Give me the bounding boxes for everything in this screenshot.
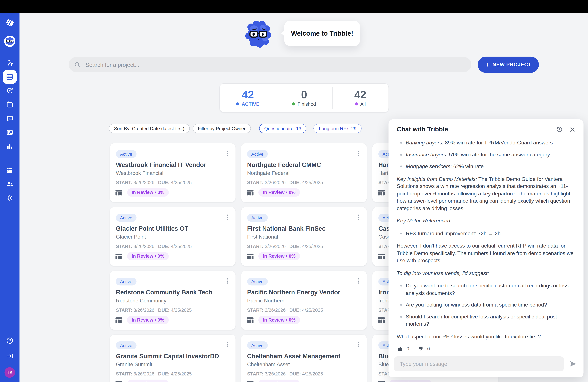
status-badge: Active [116, 214, 136, 222]
sidebar-item-bar-chart-icon[interactable] [5, 142, 14, 150]
send-button[interactable] [568, 359, 578, 368]
thumbs-up-icon[interactable] [397, 345, 403, 352]
project-subtitle: Hartf [378, 170, 390, 176]
card-footer: In Review • 0% [115, 188, 169, 197]
thumbs-down-icon[interactable] [418, 345, 424, 352]
card-footer: In Review • 0% [246, 316, 300, 324]
card-footer: In Review • 0% [115, 380, 169, 382]
chat-bullet: Should I search for competitive loss ana… [397, 313, 574, 328]
stat-finished[interactable]: 0 Finished [276, 84, 332, 112]
questionnaire-chip[interactable]: Questionnaire: 13 [259, 124, 307, 133]
table-icon [246, 381, 254, 382]
project-card[interactable]: Active First National Bank FinSec First … [241, 207, 367, 266]
chat-bullet: Do you want me to search for specific cu… [397, 282, 574, 297]
chat-para: Key Metric Referenced: [397, 217, 574, 225]
welcome-speech-bubble: Welcome to Tribble! [284, 21, 360, 46]
project-card[interactable]: Active Westbrook Financial IT Vendor Wes… [110, 143, 235, 202]
project-card[interactable]: Active Northgate Federal CMMC Northgate … [241, 143, 367, 202]
review-status-pill: In Review • 0% [127, 316, 169, 324]
tribble-mascot-illustration [244, 19, 273, 49]
project-dates: START: 3/26/2026DUE: 4/25/2025 [247, 180, 323, 185]
project-card[interactable]: Active Redstone Community Bank Tech Reds… [110, 271, 235, 330]
table-icon [115, 253, 123, 259]
project-title: Redstone Community Bank Tech [116, 289, 212, 296]
sidebar-item-server-stack-icon[interactable] [5, 166, 14, 174]
sort-by-chip[interactable]: Sort By: Created Date (latest first) [109, 124, 190, 133]
sidebar: TK [0, 13, 20, 382]
project-subtitle: Glacier Point [116, 234, 146, 240]
table-icon [115, 381, 123, 382]
kebab-menu-icon[interactable] [223, 277, 231, 285]
status-badge: Active [247, 341, 268, 349]
chat-para: To dig into your loss trends, I'd sugges… [397, 270, 574, 277]
kebab-menu-icon[interactable] [355, 149, 362, 158]
chat-bullet: Banking buyers: 89% win rate for TPRM/Ve… [397, 139, 574, 147]
stat-all[interactable]: 42 All [332, 84, 388, 112]
mascot-avatar-icon[interactable] [4, 36, 15, 47]
history-icon[interactable] [556, 126, 563, 133]
table-icon [115, 189, 123, 196]
chat-para: Key Insights from Demo Materials: The Tr… [397, 175, 574, 212]
review-status-pill: In Review • 0% [258, 316, 300, 324]
sidebar-item-calendar-icon[interactable] [5, 101, 14, 109]
review-status-pill: In Review • 0% [258, 252, 300, 260]
screen: TK Welcome to Tribble! [0, 0, 588, 382]
close-icon[interactable] [568, 126, 576, 133]
bullet-dot [400, 304, 402, 306]
project-card[interactable]: Active Glacier Point Utilities OT Glacie… [110, 207, 235, 266]
project-dates: START: 3/26/2026DUE: 4/25/2025 [247, 371, 323, 377]
sidebar-item-sync-sparkle-icon[interactable] [5, 86, 14, 95]
project-title: Pacific Northern Energy Vendor [247, 289, 340, 296]
stat-active-value: 42 [242, 89, 254, 100]
sidebar-item-gear-icon[interactable] [5, 194, 14, 202]
logout-icon[interactable] [5, 352, 14, 360]
filter-owner-chip[interactable]: Filter by Project Owner [192, 124, 251, 133]
sidebar-item-handoff-walk-icon[interactable] [5, 59, 14, 67]
sidebar-item-doc-check-icon[interactable] [5, 128, 14, 137]
project-subtitle: Redstone Community [116, 297, 166, 304]
project-card[interactable]: Active Cheltenham Asset Management Chelt… [241, 335, 367, 382]
kebab-menu-icon[interactable] [355, 341, 362, 349]
new-project-button[interactable]: + NEW PROJECT [478, 57, 539, 73]
project-card[interactable]: Active Granite Summit Capital InvestorDD… [110, 335, 235, 382]
welcome-text: Welcome to Tribble! [291, 29, 353, 37]
kebab-menu-icon[interactable] [223, 341, 231, 349]
chat-bullet: Are you looking for win/loss data from a… [397, 301, 574, 309]
stat-active[interactable]: 42 ACTIVE [220, 84, 276, 112]
card-footer: In Review • 0% [378, 380, 431, 382]
card-footer: In Review • 0% [115, 316, 169, 324]
finished-dot [292, 103, 295, 106]
kebab-menu-icon[interactable] [355, 277, 362, 285]
table-icon [115, 317, 123, 323]
kebab-menu-icon[interactable] [355, 213, 362, 221]
chat-bullet: Mortgage servicers: 62% win rate [397, 163, 574, 170]
table-icon [378, 317, 385, 323]
review-status-pill: In Review • 0% [127, 188, 169, 197]
project-title: Westbrook Financial IT Vendor [116, 161, 206, 169]
project-title: Glacier Point Utilities OT [116, 225, 188, 232]
status-badge: Active [247, 214, 268, 222]
stat-all-value: 42 [354, 89, 366, 100]
project-subtitle: Granite Summit [116, 361, 152, 367]
kebab-menu-icon[interactable] [223, 213, 231, 221]
sidebar-item-people-icon[interactable] [5, 180, 14, 188]
bullet-dot [400, 142, 402, 144]
project-search [69, 57, 471, 72]
sidebar-item-chat-sparkle-icon[interactable] [5, 114, 14, 123]
help-icon[interactable] [5, 337, 14, 345]
user-avatar[interactable]: TK [5, 367, 15, 378]
bullet-dot [400, 316, 402, 318]
chat-header: Chat with Tribble [389, 119, 584, 136]
sidebar-item-projects-table-icon[interactable] [3, 70, 17, 84]
search-input[interactable] [81, 61, 471, 68]
chat-message-input[interactable] [394, 356, 564, 371]
project-card[interactable]: Active Pacific Northern Energy Vendor Pa… [241, 271, 367, 330]
sidebar-bottom: TK [5, 337, 15, 378]
project-dates: START: 3/26/2026DUE: 4/25/2025 [116, 308, 191, 313]
kebab-menu-icon[interactable] [223, 149, 231, 158]
project-subtitle: Northgate Federal [247, 170, 289, 176]
project-subtitle: Pacific Northern [247, 297, 285, 304]
stat-finished-value: 0 [301, 89, 307, 100]
longform-rfx-chip[interactable]: Longform RFx: 29 [314, 124, 362, 133]
status-badge: Active [247, 150, 268, 158]
